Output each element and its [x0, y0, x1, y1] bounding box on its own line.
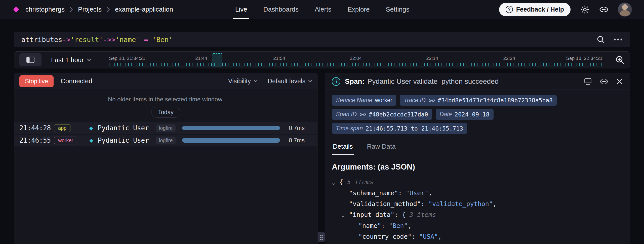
today-pill[interactable]: Today: [151, 107, 180, 118]
sidebar-toggle-button[interactable]: [19, 53, 42, 66]
pill-value: 21:46:55.713 to 21:46:55.713: [366, 125, 463, 132]
timeline-tick-label: 22:24: [503, 56, 515, 61]
log-timestamp: 21:46:55: [19, 137, 54, 144]
query-token: ->>: [103, 36, 115, 44]
pill-value: worker: [375, 97, 392, 104]
monitor-icon: [584, 78, 592, 85]
empty-window-message: No older items in the selected time wind…: [14, 96, 317, 103]
query-token: =: [140, 36, 152, 44]
log-row[interactable]: 21:46:55worker◆Pydantic Userlogfire0.7ms: [14, 135, 317, 146]
breadcrumb: christophergsProjectsexample-application: [25, 6, 173, 13]
main-nav: LiveDashboardsAlertsExploreSettings: [235, 0, 409, 19]
collapse-caret-icon[interactable]: ⌄: [332, 177, 339, 188]
pill-label: Time span: [336, 125, 363, 132]
env-badge-cell: worker: [54, 137, 89, 144]
breadcrumb-item[interactable]: christophergs: [25, 6, 65, 13]
sidebar-layout-icon: [26, 56, 35, 63]
nav-item-explore[interactable]: Explore: [347, 0, 370, 19]
link-icon: [428, 97, 435, 104]
pill-link-button[interactable]: [359, 111, 366, 118]
json-line: "schema_name": "User",: [332, 188, 623, 198]
connection-status: Connected: [61, 77, 92, 85]
nav-item-settings[interactable]: Settings: [386, 0, 410, 19]
close-panel-button[interactable]: [616, 78, 623, 85]
tab-details[interactable]: Details: [332, 139, 354, 155]
tab-raw-data[interactable]: Raw Data: [366, 139, 396, 155]
feedback-help-button[interactable]: ? Feedback / Help: [499, 3, 571, 16]
breadcrumb-item[interactable]: example-application: [115, 6, 173, 13]
chevron-down-icon: [254, 80, 258, 83]
span-diamond-icon: ◆: [89, 137, 93, 143]
nav-item-live[interactable]: Live: [235, 0, 247, 19]
pill-label: Service Name: [336, 97, 372, 104]
query-input[interactable]: attributes->'result'->>'name' = 'Ben': [21, 36, 173, 44]
time-range-label: Last 1 hour: [51, 56, 84, 64]
timeline-tick-label: Sep 18, 21:34:21: [109, 56, 145, 61]
query-bar[interactable]: attributes->'result'->>'name' = 'Ben': [14, 32, 630, 47]
attr-pill-date: Date2024-09-18: [436, 109, 494, 120]
timeline-tick-label: 22:04: [350, 56, 362, 61]
search-icon: [596, 35, 605, 44]
span-header-actions: [584, 77, 623, 86]
pill-link-button[interactable]: [428, 97, 435, 104]
nav-item-alerts[interactable]: Alerts: [315, 0, 331, 19]
breadcrumb-item[interactable]: Projects: [78, 6, 102, 13]
link-icon: [600, 77, 608, 86]
search-button[interactable]: [596, 35, 605, 44]
span-name: Pydantic User: [98, 124, 149, 132]
pill-label: Date: [440, 111, 452, 118]
ellipsis-icon: [614, 38, 623, 41]
pill-value: 2024-09-18: [455, 111, 489, 118]
main-area: Stop live Connected Visibility Default l…: [14, 73, 630, 244]
log-row[interactable]: 21:44:28app◆Pydantic Userlogfire0.7ms: [14, 122, 317, 134]
nav-item-dashboards[interactable]: Dashboards: [263, 0, 299, 19]
query-token: ->: [62, 36, 71, 44]
duration-bar[interactable]: [182, 126, 280, 130]
duration-label: 0.7ms: [287, 125, 305, 132]
breadcrumb-separator: [107, 7, 110, 12]
theme-toggle-button[interactable]: [580, 5, 590, 14]
default-levels-dropdown[interactable]: Default levels: [268, 77, 312, 85]
attr-pill-trace-id[interactable]: Trace ID#34bd8e51d73c3f4c8a189b72338a5ba…: [400, 95, 556, 106]
pill-value: #48eb2cdcdc317da0: [369, 111, 428, 118]
question-icon: ?: [506, 6, 513, 13]
nav-right: ? Feedback / Help: [499, 3, 632, 17]
share-link-button[interactable]: [599, 5, 608, 14]
time-range-select[interactable]: Last 1 hour: [51, 56, 91, 64]
panel-resize-handle[interactable]: [318, 232, 325, 242]
query-more-button[interactable]: [614, 38, 623, 41]
timeline-bar: Last 1 hour Sep 18, 21:34:2121:4421:5422…: [14, 51, 630, 68]
top-nav: christophergsProjectsexample-application…: [0, 0, 644, 19]
logfire-logo-icon[interactable]: [13, 6, 19, 12]
attr-pill-span-id[interactable]: Span ID#48eb2cdcdc317da0: [332, 109, 432, 120]
copy-link-button[interactable]: [600, 77, 608, 86]
close-icon: [616, 78, 623, 85]
span-detail-header: i Span: Pydantic User validate_python su…: [325, 73, 630, 90]
arguments-heading: Arguments: (as JSON): [332, 162, 623, 172]
timeline-tick-label: 21:44: [195, 56, 207, 61]
json-line: ⌄{ 5 items: [332, 177, 623, 188]
visibility-label: Visibility: [228, 77, 251, 85]
span-detail-panel: i Span: Pydantic User validate_python su…: [325, 73, 630, 244]
span-title: Pydantic User validate_python succeeded: [368, 77, 499, 86]
env-badge: worker: [54, 137, 77, 144]
timeline-ticks: [109, 63, 602, 66]
collapse-caret-icon[interactable]: ⌄: [341, 210, 349, 220]
timeline-tick-label: 21:54: [273, 56, 285, 61]
default-levels-label: Default levels: [268, 77, 305, 85]
stop-live-button[interactable]: Stop live: [19, 75, 54, 87]
live-panel: Stop live Connected Visibility Default l…: [14, 73, 317, 244]
json-line: "country_code": "USA",: [332, 231, 623, 242]
env-badge: app: [54, 124, 70, 132]
user-avatar[interactable]: [618, 3, 632, 17]
duration-label: 0.7ms: [287, 137, 305, 144]
timeline-track[interactable]: Sep 18, 21:34:2121:4421:5422:0422:1422:2…: [109, 52, 602, 68]
open-window-button[interactable]: [584, 78, 592, 85]
pill-label: Trace ID: [404, 97, 425, 104]
chevron-down-icon: [87, 58, 91, 61]
span-attribute-pills: Service NameworkerTrace ID#34bd8e51d73c3…: [325, 90, 630, 134]
zoom-in-button[interactable]: [615, 55, 625, 65]
duration-bar[interactable]: [182, 138, 280, 143]
visibility-dropdown[interactable]: Visibility: [228, 77, 258, 85]
timeline-selection[interactable]: [213, 53, 222, 67]
